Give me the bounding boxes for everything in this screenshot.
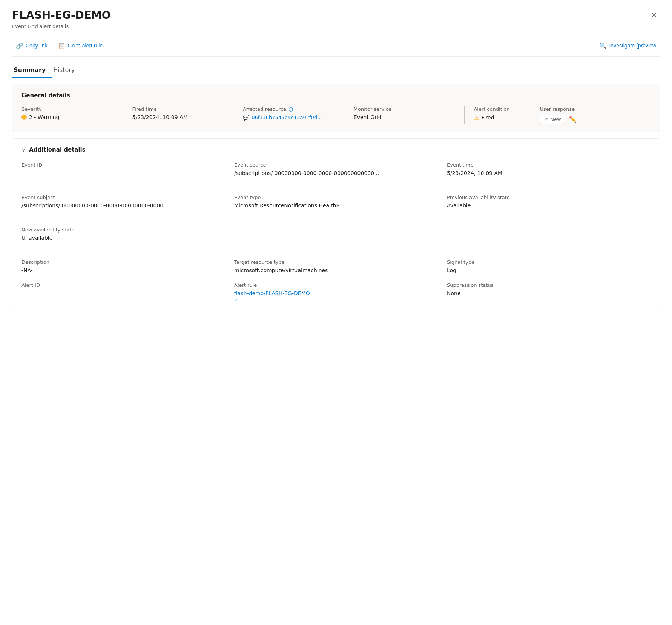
previous-availability-state-value: Available [447, 202, 651, 208]
previous-availability-state-item: Previous availability state Available [447, 195, 651, 208]
edit-user-response-button[interactable]: ✏️ [568, 114, 578, 124]
alert-rule-icon: 📋 [58, 42, 66, 49]
affected-resource-link[interactable]: 06f336b7545b4e13a02f0d... [252, 115, 322, 120]
alert-id-label: Alert ID [21, 282, 225, 288]
user-response-col: User response ↗ New ✏️ [540, 106, 651, 124]
go-to-alert-label: Go to alert rule [68, 43, 103, 49]
signal-type-label: Signal type [447, 259, 651, 265]
affected-resource-value: 💬 06f336b7545b4e13a02f0d... [243, 115, 354, 121]
suppression-status-label: Suppression status [447, 282, 651, 288]
fired-time-value: 5/23/2024, 10:09 AM [132, 114, 243, 120]
event-subject-item: Event subject /subscriptions/ 00000000-0… [21, 195, 225, 208]
close-button[interactable]: ✕ [648, 9, 660, 21]
toolbar: 🔗 Copy link 📋 Go to alert rule 🔍 Investi… [12, 35, 660, 57]
suppression-status-value: None [447, 290, 651, 296]
target-resource-type-item: Target resource type microsoft.compute/v… [234, 259, 438, 273]
general-details-card: General details Severity 2 - Warning Fir… [12, 84, 660, 132]
additional-grid-row4: Description -NA- Target resource type mi… [21, 259, 651, 273]
chevron-down-icon: ∨ [21, 147, 25, 153]
event-time-value: 5/23/2024, 10:09 AM [447, 170, 651, 176]
new-badge[interactable]: ↗ New [540, 115, 565, 124]
general-details-title: General details [21, 92, 651, 99]
fired-time-label: Fired time [132, 106, 243, 112]
new-availability-state-item: New availability state Unavailable [21, 227, 225, 241]
monitor-service-col: Monitor service Event Grid [354, 106, 465, 124]
additional-details-header[interactable]: ∨ Additional details [21, 146, 651, 153]
panel-subtitle: Event Grid alert details [12, 23, 637, 29]
alert-condition-col: Alert condition ⚠️ Fired [464, 106, 540, 124]
alert-condition-value: ⚠️ Fired [474, 114, 540, 121]
external-link-icon: ↗ [234, 297, 238, 302]
description-item: Description -NA- [21, 259, 225, 273]
details-grid: Severity 2 - Warning Fired time 5/23/202… [21, 106, 651, 124]
alert-condition-label: Alert condition [474, 106, 540, 112]
new-availability-state-label: New availability state [21, 227, 225, 233]
fired-time-col: Fired time 5/23/2024, 10:09 AM [132, 106, 243, 124]
alert-rule-value: flash-demo/FLASH-EG-DEMO ↗ [234, 290, 438, 302]
event-subject-value: /subscriptions/ 00000000-0000-0000-00000… [21, 202, 225, 208]
event-type-item: Event type Microsoft.ResourceNotificatio… [234, 195, 438, 208]
additional-grid-row2: Event subject /subscriptions/ 00000000-0… [21, 195, 651, 208]
tab-summary[interactable]: Summary [12, 63, 52, 78]
additional-grid-row1: Event ID Event source /subscriptions/ 00… [21, 162, 651, 176]
description-label: Description [21, 259, 225, 265]
alert-id-item: Alert ID [21, 282, 225, 302]
event-source-item: Event source /subscriptions/ 00000000-00… [234, 162, 438, 176]
severity-value: 2 - Warning [21, 114, 132, 120]
previous-availability-state-label: Previous availability state [447, 195, 651, 200]
new-icon: ↗ [544, 116, 548, 122]
event-time-label: Event time [447, 162, 651, 168]
new-availability-state-value: Unavailable [21, 235, 225, 241]
alert-rule-label: Alert rule [234, 282, 438, 288]
divider-3 [21, 250, 651, 250]
go-to-alert-button[interactable]: 📋 Go to alert rule [54, 40, 107, 52]
event-id-item: Event ID [21, 162, 225, 176]
event-id-label: Event ID [21, 162, 225, 168]
search-icon: 🔍 [599, 42, 607, 49]
share-icon: ⬡ [288, 106, 293, 112]
copy-link-button[interactable]: 🔗 Copy link [12, 40, 51, 52]
severity-col: Severity 2 - Warning [21, 106, 132, 124]
user-response-label: User response [540, 106, 651, 112]
signal-type-item: Signal type Log [447, 259, 651, 273]
user-response-value: ↗ New ✏️ [540, 114, 651, 124]
investigate-button[interactable]: 🔍 Investigate (preview [595, 40, 660, 52]
target-resource-type-value: microsoft.compute/virtualmachines [234, 267, 438, 273]
affected-resource-label: Affected resource ⬡ [243, 106, 354, 112]
panel-header: FLASH-EG-DEMO Event Grid alert details [12, 9, 660, 29]
severity-label: Severity [21, 106, 132, 112]
monitor-service-value: Event Grid [354, 114, 465, 120]
event-type-value: Microsoft.ResourceNotifications.HealthR.… [234, 202, 438, 208]
tabs: Summary History [12, 63, 660, 78]
divider-2 [21, 218, 651, 218]
affected-resource-col: Affected resource ⬡ 💬 06f336b7545b4e13a0… [243, 106, 354, 124]
investigate-label: Investigate (preview [609, 43, 656, 49]
monitor-service-label: Monitor service [354, 106, 465, 112]
tab-history[interactable]: History [52, 63, 81, 78]
description-value: -NA- [21, 267, 225, 273]
edit-icon: ✏️ [569, 116, 577, 123]
divider-1 [21, 185, 651, 185]
event-source-value: /subscriptions/ 00000000-0000-0000-00000… [234, 170, 438, 176]
alert-detail-panel: ✕ FLASH-EG-DEMO Event Grid alert details… [0, 0, 672, 325]
event-source-label: Event source [234, 162, 438, 168]
empty2-item [447, 227, 651, 241]
alert-rule-link[interactable]: flash-demo/FLASH-EG-DEMO [234, 290, 438, 296]
alert-rule-item: Alert rule flash-demo/FLASH-EG-DEMO ↗ [234, 282, 438, 302]
additional-grid-row5: Alert ID Alert rule flash-demo/FLASH-EG-… [21, 282, 651, 302]
event-subject-label: Event subject [21, 195, 225, 200]
additional-details-card: ∨ Additional details Event ID Event sour… [12, 138, 660, 310]
target-resource-type-label: Target resource type [234, 259, 438, 265]
severity-dot-icon [21, 115, 27, 120]
signal-type-value: Log [447, 267, 651, 273]
toolbar-right: 🔍 Investigate (preview [595, 40, 660, 52]
additional-grid-row3: New availability state Unavailable [21, 227, 651, 241]
resource-icon: 💬 [243, 115, 249, 121]
event-time-item: Event time 5/23/2024, 10:09 AM [447, 162, 651, 176]
copy-link-label: Copy link [26, 43, 48, 49]
warning-triangle-icon: ⚠️ [474, 114, 479, 121]
event-type-label: Event type [234, 195, 438, 200]
panel-title: FLASH-EG-DEMO [12, 9, 637, 22]
close-icon: ✕ [651, 11, 657, 19]
additional-details-title: Additional details [29, 146, 85, 153]
